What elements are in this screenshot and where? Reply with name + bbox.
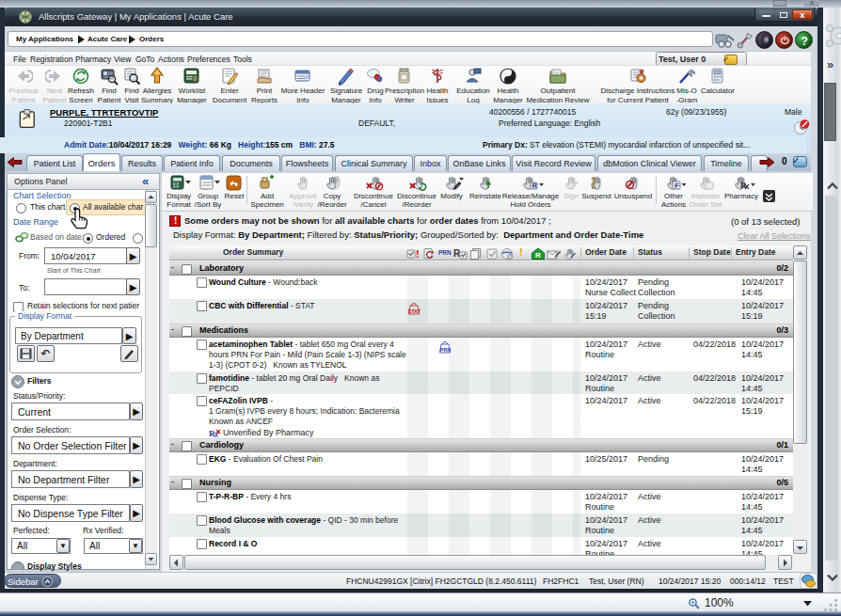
svg-text:R: R	[532, 182, 537, 189]
svg-text:!: !	[416, 248, 420, 260]
svg-text:PRN: PRN	[440, 347, 452, 353]
svg-text:F: F	[674, 182, 679, 190]
svg-text:STAT: STAT	[408, 308, 421, 314]
svg-text:R: R	[535, 251, 541, 260]
